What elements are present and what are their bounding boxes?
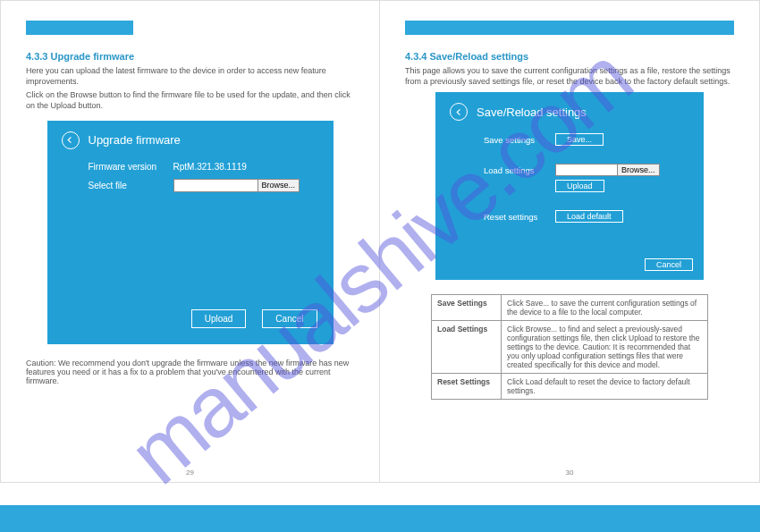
page-number: 29	[186, 469, 194, 477]
back-icon[interactable]	[450, 103, 468, 121]
cell-label: Reset Settings	[432, 374, 502, 400]
save-button[interactable]: Save...	[555, 133, 604, 146]
firmware-version-label: Firmware version	[89, 162, 173, 172]
cancel-button[interactable]: Cancel	[645, 258, 693, 271]
header-bar-right	[405, 21, 734, 35]
load-file-path-field[interactable]	[555, 164, 618, 176]
cell-label: Save Settings	[432, 295, 502, 321]
firmware-version-value: RptM.321.38.1119	[173, 162, 247, 172]
back-icon[interactable]	[62, 131, 80, 149]
table-row: Load Settings Click Browse... to find an…	[432, 321, 708, 374]
header-bar-left	[26, 21, 133, 35]
settings-description-table: Save Settings Click Save... to save the …	[431, 294, 708, 400]
page-left: 4.3.3 Upgrade firmware Here you can uplo…	[0, 0, 380, 483]
load-upload-button[interactable]: Upload	[555, 180, 604, 192]
reset-settings-label: Reset settings	[484, 210, 555, 222]
cell-label: Load Settings	[432, 321, 502, 374]
cell-desc: Click Save... to save the current config…	[502, 295, 708, 321]
footer-bar	[0, 505, 760, 532]
cell-desc: Click Browse... to find and select a pre…	[502, 321, 708, 374]
load-browse-button[interactable]: Browse...	[618, 164, 660, 176]
intro-text-2: Click on the Browse button to find the f…	[26, 89, 354, 111]
panel-title: Upgrade firmware	[89, 133, 181, 147]
file-input[interactable]: Browse...	[173, 179, 300, 192]
section-number: 4.3.4 Save/Reload settings	[405, 51, 734, 62]
load-file-input[interactable]: Browse...	[555, 164, 689, 176]
panel-title: Save/Reload settings	[477, 106, 587, 119]
table-row: Save Settings Click Save... to save the …	[432, 295, 708, 321]
intro-text: This page allows you to save the current…	[405, 65, 734, 87]
upgrade-firmware-panel: Upgrade firmware Firmware version RptM.3…	[47, 121, 334, 344]
upload-button[interactable]: Upload	[191, 309, 247, 328]
file-path-field[interactable]	[173, 179, 258, 192]
cell-desc: Click Load default to reset the device t…	[502, 374, 708, 400]
browse-button[interactable]: Browse...	[258, 179, 300, 192]
section-number: 4.3.3 Upgrade firmware	[26, 51, 354, 62]
load-default-button[interactable]: Load default	[555, 210, 623, 223]
page-number: 30	[566, 469, 574, 477]
save-reload-panel: Save/Reload settings Save settings Save.…	[435, 92, 704, 280]
load-settings-label: Load settings	[484, 164, 555, 175]
table-row: Reset Settings Click Load default to res…	[432, 374, 708, 400]
intro-text-1: Here you can upload the latest firmware …	[26, 65, 354, 87]
select-file-label: Select file	[89, 181, 173, 190]
save-settings-label: Save settings	[484, 133, 555, 145]
page-right: 4.3.4 Save/Reload settings This page all…	[380, 0, 760, 483]
caution-text: Caution: We recommend you don't upgrade …	[26, 359, 354, 385]
cancel-button[interactable]: Cancel	[262, 309, 317, 328]
